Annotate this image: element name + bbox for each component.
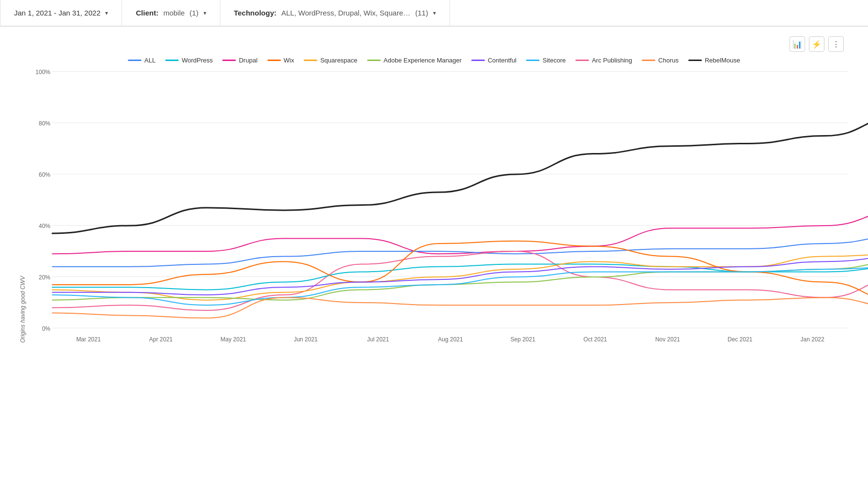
series-line-arcpublishing (52, 251, 868, 310)
y-tick-label: 20% (29, 274, 50, 281)
legend-item: WordPress (165, 57, 213, 64)
technology-chevron-icon: ▾ (433, 10, 436, 16)
bolt-icon: ⚡ (812, 40, 822, 49)
legend-color (304, 60, 317, 61)
legend-color (526, 60, 540, 61)
legend-label: Drupal (239, 57, 257, 64)
client-filter[interactable]: Client: mobile (1) ▾ (122, 0, 220, 26)
y-axis-label: Origins having good CWV (19, 72, 26, 343)
technology-filter[interactable]: Technology: ALL, WordPress, Drupal, Wix,… (220, 0, 450, 26)
more-button[interactable]: ⋮ (828, 36, 844, 52)
y-tick-label: 100% (29, 69, 50, 76)
chart-type-button[interactable]: 📊 (790, 36, 805, 52)
legend-item: Contentful (471, 57, 516, 64)
series-line-chorus (52, 297, 868, 318)
chart-toolbar: 📊 ⚡ ⋮ (19, 36, 849, 52)
legend-color (688, 60, 702, 61)
legend-color (128, 60, 141, 61)
legend-color (642, 60, 655, 61)
x-tick-label: Dec 2021 (704, 336, 776, 343)
legend-label: ALL (144, 57, 155, 64)
chart-type-icon: 📊 (792, 40, 802, 49)
legend-item: RebelMouse (688, 57, 740, 64)
chart-container: 📊 ⚡ ⋮ ALLWordPressDrupalWixSquarespaceAd… (0, 27, 868, 362)
client-filter-label: Client: (136, 9, 158, 17)
more-icon: ⋮ (832, 40, 840, 49)
x-tick-label: Jul 2021 (342, 336, 414, 343)
legend-label: Wix (284, 57, 294, 64)
legend-color (367, 60, 381, 61)
chart-legend: ALLWordPressDrupalWixSquarespaceAdobe Ex… (19, 57, 849, 64)
x-tick-label: Aug 2021 (414, 336, 486, 343)
client-filter-value: mobile (163, 9, 185, 17)
legend-label: Contentful (488, 57, 516, 64)
legend-color (471, 60, 485, 61)
x-axis: Mar 2021Apr 2021May 2021Jun 2021Jul 2021… (52, 328, 849, 343)
date-filter[interactable]: Jan 1, 2021 - Jan 31, 2022 ▾ (0, 0, 122, 26)
date-filter-label: Jan 1, 2021 - Jan 31, 2022 (14, 9, 100, 17)
legend-color (165, 60, 179, 61)
x-tick-label: Apr 2021 (124, 336, 197, 343)
client-filter-count: (1) (189, 9, 198, 17)
legend-item: Chorus (642, 57, 679, 64)
date-chevron-icon: ▾ (105, 10, 108, 16)
legend-item: Squarespace (304, 57, 357, 64)
x-tick-label: Jan 2022 (776, 336, 849, 343)
legend-color (222, 60, 236, 61)
y-tick-label: 0% (29, 325, 50, 332)
x-tick-label: Jun 2021 (269, 336, 341, 343)
legend-label: RebelMouse (705, 57, 740, 64)
series-line-squarespace (52, 254, 868, 300)
legend-label: Arc Publishing (592, 57, 632, 64)
legend-item: ALL (128, 57, 155, 64)
series-line-sitecore (52, 267, 868, 306)
series-line-wordpress (52, 264, 868, 290)
technology-filter-label: Technology: (234, 9, 277, 17)
y-tick-label: 60% (29, 171, 50, 178)
legend-item: Adobe Experience Manager (367, 57, 462, 64)
x-tick-label: May 2021 (197, 336, 269, 343)
bolt-button[interactable]: ⚡ (809, 36, 824, 52)
legend-label: Chorus (658, 57, 679, 64)
y-tick-label: 40% (29, 223, 50, 230)
legend-label: WordPress (182, 57, 213, 64)
legend-label: Squarespace (320, 57, 357, 64)
legend-color (575, 60, 589, 61)
legend-item: Arc Publishing (575, 57, 632, 64)
legend-label: Sitecore (542, 57, 566, 64)
chart-inner: 0%20%40%60%80%100% Mar 2021Apr 2021May 2… (29, 72, 849, 343)
x-tick-label: Sep 2021 (487, 336, 559, 343)
legend-item: Drupal (222, 57, 257, 64)
x-tick-label: Oct 2021 (559, 336, 631, 343)
technology-filter-count: (11) (415, 9, 428, 17)
x-tick-label: Mar 2021 (52, 336, 124, 343)
filter-bar: Jan 1, 2021 - Jan 31, 2022 ▾ Client: mob… (0, 0, 868, 27)
series-line-drupal (52, 210, 868, 254)
technology-filter-value: ALL, WordPress, Drupal, Wix, Square… (281, 9, 410, 17)
client-chevron-icon: ▾ (203, 10, 206, 16)
plot-area: 0%20%40%60%80%100% Mar 2021Apr 2021May 2… (52, 72, 849, 343)
chart-area: Origins having good CWV 0%20%40%60%80%10… (19, 72, 849, 343)
series-line-rebelmouse (52, 115, 868, 233)
legend-item: Wix (267, 57, 294, 64)
y-tick-label: 80% (29, 120, 50, 127)
legend-label: Adobe Experience Manager (384, 57, 462, 64)
x-tick-label: Nov 2021 (632, 336, 704, 343)
legend-color (267, 60, 281, 61)
chart-svg (52, 72, 849, 328)
legend-item: Sitecore (526, 57, 566, 64)
